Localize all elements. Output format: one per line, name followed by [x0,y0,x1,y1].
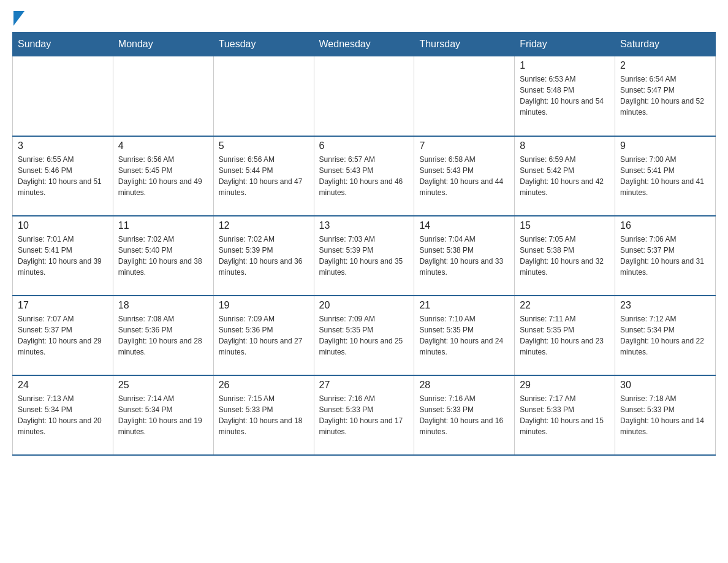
calendar-day-cell: 26Sunrise: 7:15 AMSunset: 5:33 PMDayligh… [213,375,314,455]
day-number: 23 [620,300,710,311]
day-info: Sunrise: 6:56 AMSunset: 5:45 PMDaylight:… [118,154,208,198]
calendar-day-cell: 28Sunrise: 7:16 AMSunset: 5:33 PMDayligh… [414,375,515,455]
day-info: Sunrise: 7:08 AMSunset: 5:36 PMDaylight:… [118,313,208,358]
calendar-day-cell: 25Sunrise: 7:14 AMSunset: 5:34 PMDayligh… [113,375,213,455]
calendar-header-row: Sunday Monday Tuesday Wednesday Thursday… [13,33,716,56]
calendar-day-cell: 2Sunrise: 6:54 AMSunset: 5:47 PMDaylight… [615,56,716,136]
logo-triangle-icon [13,11,25,26]
calendar-week-row: 10Sunrise: 7:01 AMSunset: 5:41 PMDayligh… [13,216,716,296]
day-number: 1 [520,60,610,71]
day-number: 3 [18,140,108,151]
calendar-day-cell [314,56,414,136]
calendar-day-cell [113,56,213,136]
day-info: Sunrise: 7:13 AMSunset: 5:34 PMDaylight:… [18,393,108,437]
day-info: Sunrise: 6:53 AMSunset: 5:48 PMDaylight:… [520,74,610,118]
calendar-day-cell: 3Sunrise: 6:55 AMSunset: 5:46 PMDaylight… [13,136,113,216]
calendar-day-cell: 23Sunrise: 7:12 AMSunset: 5:34 PMDayligh… [615,296,716,375]
col-wednesday: Wednesday [314,33,414,56]
day-number: 18 [118,300,208,311]
day-info: Sunrise: 7:17 AMSunset: 5:33 PMDaylight:… [520,393,610,437]
col-monday: Monday [113,33,213,56]
calendar-day-cell: 18Sunrise: 7:08 AMSunset: 5:36 PMDayligh… [113,296,213,375]
day-info: Sunrise: 7:18 AMSunset: 5:33 PMDaylight:… [620,393,710,437]
calendar-day-cell: 27Sunrise: 7:16 AMSunset: 5:33 PMDayligh… [314,375,414,455]
day-info: Sunrise: 6:56 AMSunset: 5:44 PMDaylight:… [219,154,309,198]
day-number: 7 [419,140,509,151]
calendar-day-cell: 9Sunrise: 7:00 AMSunset: 5:41 PMDaylight… [615,136,716,216]
calendar-day-cell: 19Sunrise: 7:09 AMSunset: 5:36 PMDayligh… [213,296,314,375]
day-info: Sunrise: 7:16 AMSunset: 5:33 PMDaylight:… [319,393,409,437]
day-number: 9 [620,140,710,151]
day-number: 10 [18,220,108,231]
day-info: Sunrise: 7:03 AMSunset: 5:39 PMDaylight:… [319,234,409,278]
calendar-week-row: 1Sunrise: 6:53 AMSunset: 5:48 PMDaylight… [13,56,716,136]
day-info: Sunrise: 7:14 AMSunset: 5:34 PMDaylight:… [118,393,208,437]
col-tuesday: Tuesday [213,33,314,56]
day-number: 15 [520,220,610,231]
day-info: Sunrise: 6:54 AMSunset: 5:47 PMDaylight:… [620,74,710,118]
day-number: 5 [219,140,309,151]
page-header [12,12,716,26]
logo [12,12,25,26]
day-number: 13 [319,220,409,231]
day-number: 19 [219,300,309,311]
day-number: 21 [419,300,509,311]
day-number: 11 [118,220,208,231]
day-info: Sunrise: 7:02 AMSunset: 5:40 PMDaylight:… [118,234,208,278]
day-number: 22 [520,300,610,311]
calendar-week-row: 17Sunrise: 7:07 AMSunset: 5:37 PMDayligh… [13,296,716,375]
day-info: Sunrise: 7:09 AMSunset: 5:35 PMDaylight:… [319,313,409,358]
calendar-day-cell: 13Sunrise: 7:03 AMSunset: 5:39 PMDayligh… [314,216,414,296]
day-info: Sunrise: 7:12 AMSunset: 5:34 PMDaylight:… [620,313,710,358]
day-number: 28 [419,380,509,391]
col-thursday: Thursday [414,33,515,56]
calendar-day-cell: 4Sunrise: 6:56 AMSunset: 5:45 PMDaylight… [113,136,213,216]
calendar-day-cell: 15Sunrise: 7:05 AMSunset: 5:38 PMDayligh… [515,216,615,296]
calendar-day-cell: 29Sunrise: 7:17 AMSunset: 5:33 PMDayligh… [515,375,615,455]
day-info: Sunrise: 6:57 AMSunset: 5:43 PMDaylight:… [319,154,409,198]
calendar-day-cell: 21Sunrise: 7:10 AMSunset: 5:35 PMDayligh… [414,296,515,375]
svg-marker-0 [13,11,25,26]
day-info: Sunrise: 7:00 AMSunset: 5:41 PMDaylight:… [620,154,710,198]
day-info: Sunrise: 6:59 AMSunset: 5:42 PMDaylight:… [520,154,610,198]
day-number: 17 [18,300,108,311]
day-number: 14 [419,220,509,231]
calendar-week-row: 3Sunrise: 6:55 AMSunset: 5:46 PMDaylight… [13,136,716,216]
day-number: 27 [319,380,409,391]
calendar-day-cell [414,56,515,136]
day-info: Sunrise: 7:06 AMSunset: 5:37 PMDaylight:… [620,234,710,278]
calendar-day-cell: 30Sunrise: 7:18 AMSunset: 5:33 PMDayligh… [615,375,716,455]
day-info: Sunrise: 7:11 AMSunset: 5:35 PMDaylight:… [520,313,610,358]
day-info: Sunrise: 6:58 AMSunset: 5:43 PMDaylight:… [419,154,509,198]
day-number: 24 [18,380,108,391]
day-info: Sunrise: 7:10 AMSunset: 5:35 PMDaylight:… [419,313,509,358]
day-number: 8 [520,140,610,151]
col-saturday: Saturday [615,33,716,56]
day-number: 25 [118,380,208,391]
day-info: Sunrise: 7:05 AMSunset: 5:38 PMDaylight:… [520,234,610,278]
calendar-day-cell: 22Sunrise: 7:11 AMSunset: 5:35 PMDayligh… [515,296,615,375]
day-number: 6 [319,140,409,151]
calendar-day-cell: 6Sunrise: 6:57 AMSunset: 5:43 PMDaylight… [314,136,414,216]
calendar-day-cell: 7Sunrise: 6:58 AMSunset: 5:43 PMDaylight… [414,136,515,216]
day-number: 29 [520,380,610,391]
calendar-day-cell [213,56,314,136]
day-info: Sunrise: 7:01 AMSunset: 5:41 PMDaylight:… [18,234,108,278]
day-number: 30 [620,380,710,391]
calendar-day-cell [13,56,113,136]
day-number: 20 [319,300,409,311]
day-info: Sunrise: 7:16 AMSunset: 5:33 PMDaylight:… [419,393,509,437]
day-number: 16 [620,220,710,231]
day-info: Sunrise: 7:04 AMSunset: 5:38 PMDaylight:… [419,234,509,278]
day-number: 4 [118,140,208,151]
day-number: 26 [219,380,309,391]
day-info: Sunrise: 7:15 AMSunset: 5:33 PMDaylight:… [219,393,309,437]
day-info: Sunrise: 6:55 AMSunset: 5:46 PMDaylight:… [18,154,108,198]
calendar-day-cell: 24Sunrise: 7:13 AMSunset: 5:34 PMDayligh… [13,375,113,455]
calendar-day-cell: 1Sunrise: 6:53 AMSunset: 5:48 PMDaylight… [515,56,615,136]
day-info: Sunrise: 7:09 AMSunset: 5:36 PMDaylight:… [219,313,309,358]
calendar-day-cell: 17Sunrise: 7:07 AMSunset: 5:37 PMDayligh… [13,296,113,375]
col-friday: Friday [515,33,615,56]
col-sunday: Sunday [13,33,113,56]
day-info: Sunrise: 7:02 AMSunset: 5:39 PMDaylight:… [219,234,309,278]
